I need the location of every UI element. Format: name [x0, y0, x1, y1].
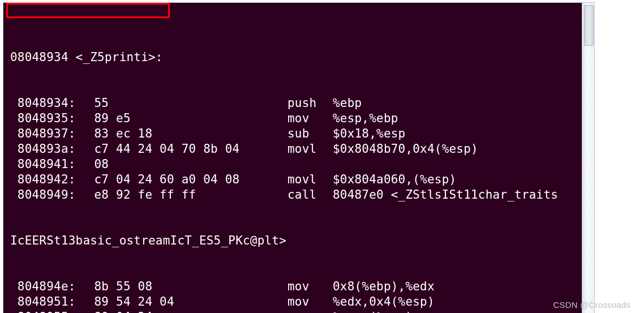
disassembly-row: 8048937: 83 ec 18sub$0x18,%esp [10, 126, 594, 142]
operands: 80487e0 <_ZStlsISt11char_traits [333, 188, 558, 201]
mnemonic: sub [287, 126, 333, 142]
operands: $0x804a060,(%esp) [333, 173, 456, 186]
disassembly-row: 8048934: 55push%ebp [10, 96, 594, 111]
hex-bytes: e8 92 fe ff ff [72, 187, 287, 203]
disassembly-row: 8048935: 89 e5mov%esp,%ebp [10, 111, 594, 126]
wrapped-symbol-line: IcEERSt13basic_ostreamIcT_ES5_PKc@plt> [10, 233, 594, 248]
disassembly-row: 804894e: 8b 55 08mov0x8(%ebp),%edx [10, 279, 594, 294]
hex-bytes: 89 54 24 04 [72, 294, 287, 310]
operands: $0x8048b70,0x4(%esp) [333, 142, 478, 156]
operands: %esp,%ebp [333, 112, 398, 125]
mnemonic: movl [287, 172, 333, 187]
operands: %eax,(%esp) [333, 310, 413, 313]
hex-bytes: 83 ec 18 [72, 126, 287, 142]
disassembly-row: 804893a: c7 44 24 04 70 8b 04movl$0x8048… [10, 142, 594, 157]
mnemonic: mov [287, 310, 333, 313]
hex-bytes: 55 [72, 96, 287, 111]
address: 8048951: [10, 294, 72, 310]
address: 804893a: [10, 142, 72, 157]
disassembly-row: 8048942: c7 04 24 60 a0 04 08movl$0x804a… [10, 172, 594, 187]
mnemonic: movl [287, 142, 333, 157]
disassembly-row: 8048941: 08 [10, 157, 594, 172]
operands: $0x18,%esp [333, 127, 405, 140]
address: 8048955: [10, 310, 72, 313]
address: 8048937: [10, 126, 72, 142]
terminal-output: 08048934 <_Z5printi>: 8048934: 55push%eb… [3, 3, 594, 313]
operands: 0x8(%ebp),%edx [333, 280, 435, 293]
operands: %edx,0x4(%esp) [333, 295, 435, 308]
hex-bytes: c7 44 24 04 70 8b 04 [72, 142, 287, 157]
red-highlight-box [6, 3, 170, 18]
hex-bytes: 8b 55 08 [72, 279, 287, 294]
address: 804894e: [10, 279, 72, 294]
scrollbar-track[interactable] [582, 3, 594, 313]
hex-bytes: c7 04 24 60 a0 04 08 [72, 172, 287, 187]
mnemonic: mov [287, 279, 333, 294]
mnemonic: mov [287, 111, 333, 126]
mnemonic: mov [287, 294, 333, 310]
address: 8048949: [10, 187, 72, 203]
address: 8048935: [10, 111, 72, 126]
disassembly-header: 08048934 <_Z5printi>: [10, 50, 594, 65]
address: 8048941: [10, 157, 72, 172]
operands: %ebp [333, 96, 362, 110]
mnemonic: call [287, 187, 333, 203]
hex-bytes: 89 e5 [72, 111, 287, 126]
hex-bytes: 08 [72, 157, 287, 172]
address: 8048934: [10, 96, 72, 111]
disassembly-row: 8048955: 89 04 24mov%eax,(%esp) [10, 310, 594, 313]
address: 8048942: [10, 172, 72, 187]
disassembly-row: 8048949: e8 92 fe ff ffcall80487e0 <_ZSt… [10, 187, 594, 203]
disassembly-row: 8048951: 89 54 24 04mov%edx,0x4(%esp) [10, 294, 594, 310]
mnemonic: push [287, 96, 333, 111]
screenshot-frame: 08048934 <_Z5printi>: 8048934: 55push%eb… [3, 2, 595, 313]
scrollbar-thumb[interactable] [584, 5, 594, 46]
hex-bytes: 89 04 24 [72, 310, 287, 313]
